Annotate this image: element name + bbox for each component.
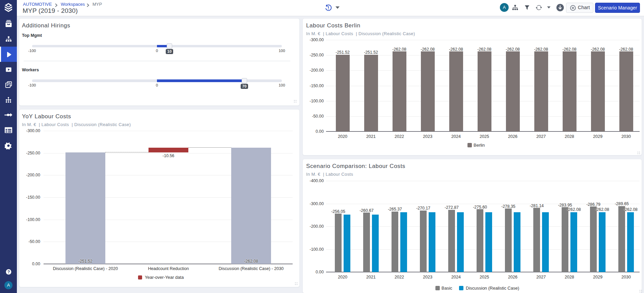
svg-text:?: ? [7, 270, 10, 274]
